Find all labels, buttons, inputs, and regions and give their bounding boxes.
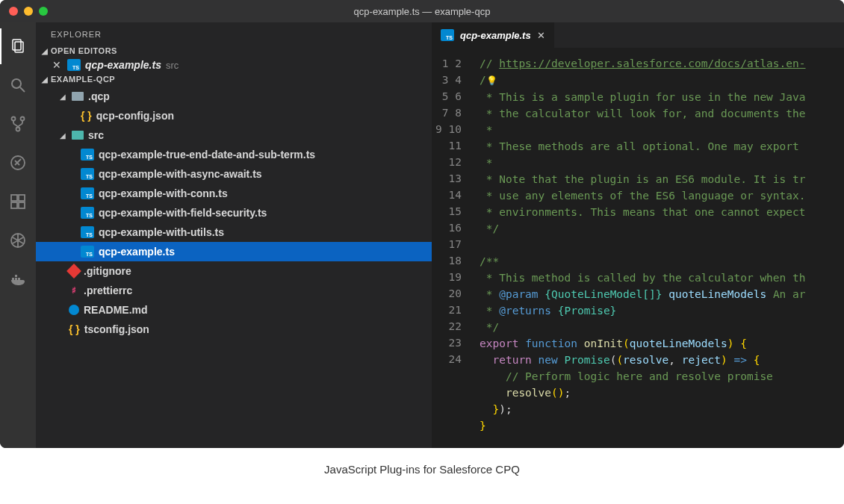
extensions-icon[interactable] — [0, 184, 36, 220]
svg-point-6 — [16, 128, 20, 131]
typescript-file-icon: TS — [81, 246, 94, 258]
editor-tab[interactable]: TS qcp-example.ts ✕ — [432, 22, 555, 48]
svg-rect-0 — [13, 40, 21, 50]
traffic-lights — [0, 7, 48, 16]
file-gitignore[interactable]: .gitignore — [36, 261, 432, 281]
file-item[interactable]: TSqcp-example-true-end-date-and-sub-term… — [36, 145, 432, 164]
docker-icon[interactable] — [0, 261, 36, 297]
vscode-window: qcp-example.ts — example-qcp — [0, 0, 844, 448]
chevron-down-icon: ◢ — [39, 47, 51, 55]
folder-src[interactable]: ◢src — [36, 125, 432, 145]
project-header[interactable]: ◢ EXAMPLE-QCP — [36, 73, 432, 85]
window-maximize-button[interactable] — [39, 7, 48, 16]
svg-rect-16 — [15, 275, 17, 277]
window-minimize-button[interactable] — [24, 7, 33, 16]
svg-line-3 — [20, 87, 25, 92]
open-editor-item[interactable]: ✕ TS qcp-example.ts src — [36, 57, 432, 73]
svg-rect-10 — [19, 202, 25, 208]
debug-icon[interactable] — [0, 145, 36, 181]
json-file-icon: { } — [69, 323, 80, 335]
svg-rect-9 — [11, 202, 17, 208]
open-editors-header[interactable]: ◢ OPEN EDITORS — [36, 45, 432, 57]
svg-rect-8 — [11, 195, 17, 201]
code-content[interactable]: // https://developer.salesforce.com/docs… — [475, 48, 844, 448]
file-item-selected[interactable]: TSqcp-example.ts — [36, 242, 432, 261]
file-item[interactable]: TSqcp-example-with-field-security.ts — [36, 203, 432, 223]
svg-rect-14 — [15, 278, 17, 280]
typescript-file-icon: TS — [81, 149, 94, 161]
git-file-icon — [66, 264, 81, 279]
typescript-file-icon: TS — [67, 59, 81, 71]
typescript-file-icon: TS — [81, 168, 94, 180]
svg-rect-11 — [19, 195, 25, 201]
lightbulb-icon[interactable]: 💡 — [486, 75, 497, 86]
main-area: EXPLORER ◢ OPEN EDITORS ✕ TS qcp-example… — [0, 22, 844, 448]
chevron-down-icon: ◢ — [58, 131, 67, 140]
line-gutter: 1 2 3 4 5 6 7 8 9 10 11 12 13 14 15 16 1… — [432, 48, 475, 448]
prettier-file-icon: ♯ — [69, 285, 79, 296]
window-title: qcp-example.ts — example-qcp — [0, 6, 844, 17]
typescript-file-icon: TS — [81, 207, 94, 219]
close-icon[interactable]: ✕ — [52, 59, 63, 71]
explorer-title: EXPLORER — [36, 22, 432, 45]
window-close-button[interactable] — [9, 7, 18, 16]
file-tsconfig[interactable]: { }tsconfig.json — [36, 320, 432, 339]
svg-point-2 — [12, 79, 21, 88]
file-tree: ◢.qcp { }qcp-config.json ◢src TSqcp-exam… — [36, 85, 432, 340]
chevron-down-icon: ◢ — [39, 75, 51, 84]
file-item[interactable]: TSqcp-example-with-conn.ts — [36, 184, 432, 203]
close-icon[interactable]: ✕ — [537, 30, 545, 41]
typescript-file-icon: TS — [441, 29, 454, 41]
tab-title: qcp-example.ts — [460, 30, 531, 41]
explorer-sidebar: EXPLORER ◢ OPEN EDITORS ✕ TS qcp-example… — [36, 22, 432, 448]
titlebar[interactable]: qcp-example.ts — example-qcp — [0, 0, 844, 22]
file-qcp-config[interactable]: { }qcp-config.json — [36, 106, 432, 125]
source-control-icon[interactable] — [0, 106, 36, 142]
file-item[interactable]: TSqcp-example-with-utils.ts — [36, 223, 432, 242]
svg-point-5 — [21, 117, 25, 121]
svg-rect-13 — [12, 278, 14, 280]
open-editor-dir: src — [166, 60, 179, 71]
folder-icon — [72, 92, 84, 101]
file-prettierrc[interactable]: ♯.prettierrc — [36, 281, 432, 300]
typescript-file-icon: TS — [81, 226, 94, 238]
image-caption: JavaScript Plug-ins for Salesforce CPQ — [0, 448, 844, 491]
json-file-icon: { } — [81, 110, 92, 122]
file-item[interactable]: TSqcp-example-with-async-await.ts — [36, 164, 432, 184]
svg-rect-1 — [15, 42, 23, 52]
folder-icon — [72, 131, 84, 140]
svg-rect-15 — [18, 278, 20, 280]
info-file-icon — [69, 305, 79, 315]
search-icon[interactable] — [0, 67, 36, 103]
typescript-file-icon: TS — [81, 187, 94, 199]
explorer-icon[interactable] — [0, 28, 36, 64]
svg-point-4 — [12, 117, 16, 121]
chevron-down-icon: ◢ — [58, 93, 67, 101]
salesforce-icon[interactable] — [0, 223, 36, 258]
editor-pane: TS qcp-example.ts ✕ 1 2 3 4 5 6 7 8 9 10… — [432, 22, 844, 448]
editor-tabs: TS qcp-example.ts ✕ — [432, 22, 844, 48]
code-area[interactable]: 1 2 3 4 5 6 7 8 9 10 11 12 13 14 15 16 1… — [432, 48, 844, 448]
open-editor-name: qcp-example.ts — [85, 59, 161, 71]
folder-qcp[interactable]: ◢.qcp — [36, 87, 432, 106]
file-readme[interactable]: README.md — [36, 300, 432, 320]
activity-bar — [0, 22, 36, 448]
